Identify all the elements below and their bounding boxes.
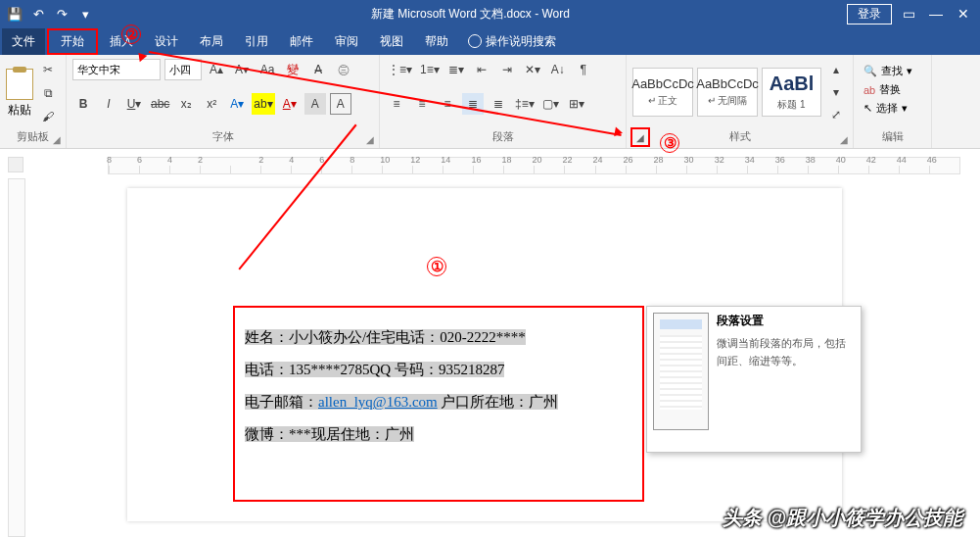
paste-icon: [6, 69, 33, 100]
paragraph-settings-tooltip: 段落设置 微调当前段落的布局，包括间距、缩进等等。: [646, 306, 862, 453]
doc-line-1: 姓名：小小筱办公/住宅电话：020-2222****: [245, 329, 526, 345]
cursor-icon: ↖: [863, 102, 872, 115]
ruler-corner: [8, 157, 23, 172]
doc-line-2: 电话：135****2785QQ 号码：935218287: [245, 362, 504, 377]
bullets-icon[interactable]: ⋮≡▾: [386, 59, 414, 80]
char-border-icon[interactable]: A: [330, 93, 351, 115]
ribbon: 粘贴 ✂ ⧉ 🖌 剪贴板 ◢ A▴ A▾ Aa 變 A̶ ㊂ B I U▾ ab…: [0, 55, 980, 149]
style-heading1[interactable]: AaBl 标题 1: [762, 68, 821, 117]
char-shading-icon[interactable]: A: [304, 93, 326, 115]
styles-scroll-down-icon[interactable]: ▾: [825, 81, 847, 103]
doc-line-4: 微博：***现居住地：广州: [245, 426, 414, 442]
superscript-button[interactable]: x²: [201, 93, 222, 115]
tab-review[interactable]: 审阅: [325, 28, 368, 55]
document-area: 8642246810121416182022242628303234363840…: [0, 149, 980, 537]
clear-format-icon[interactable]: A̶: [307, 59, 329, 80]
shading-icon[interactable]: ▢▾: [540, 93, 562, 115]
save-icon[interactable]: 💾: [6, 5, 23, 23]
tell-me-label: 操作说明搜索: [486, 33, 556, 50]
show-marks-icon[interactable]: ¶: [573, 59, 594, 80]
increase-indent-icon[interactable]: ⇥: [496, 59, 518, 80]
ribbon-tabs: 文件 开始 插入 设计 布局 引用 邮件 审阅 视图 帮助 操作说明搜索: [0, 27, 980, 55]
email-link[interactable]: allen_lyq@163.com: [318, 394, 438, 410]
style-normal[interactable]: AaBbCcDc ↵ 正文: [632, 68, 693, 117]
clipboard-dialog-launcher[interactable]: ◢: [50, 132, 64, 146]
tab-help[interactable]: 帮助: [415, 28, 458, 55]
doc-line-3b: 户口所在地：广州: [438, 394, 559, 410]
minimize-icon[interactable]: —: [925, 6, 947, 22]
replace-button[interactable]: ab替换: [860, 81, 925, 98]
underline-button[interactable]: U▾: [123, 93, 145, 115]
text-effects-icon[interactable]: A▾: [226, 93, 248, 115]
close-icon[interactable]: ✕: [953, 6, 974, 22]
lightbulb-icon: [468, 34, 482, 48]
font-name-input[interactable]: [72, 59, 161, 80]
login-button[interactable]: 登录: [847, 4, 892, 24]
annotation-1: ①: [427, 257, 446, 276]
sort-icon[interactable]: A↓: [547, 59, 569, 80]
multilevel-list-icon[interactable]: ≣▾: [445, 59, 467, 80]
search-icon: 🔍: [863, 65, 877, 77]
paragraph-dialog-launcher[interactable]: ◢: [630, 127, 650, 147]
styles-more-icon[interactable]: ⤢: [825, 104, 847, 125]
font-color-icon[interactable]: A▾: [279, 93, 301, 115]
tab-mailings[interactable]: 邮件: [280, 28, 323, 55]
font-size-input[interactable]: [164, 59, 202, 80]
undo-icon[interactable]: ↶: [29, 5, 47, 23]
tab-home[interactable]: 开始: [47, 28, 98, 55]
justify-icon[interactable]: ≣: [462, 93, 484, 115]
bold-button[interactable]: B: [72, 93, 94, 115]
italic-button[interactable]: I: [98, 93, 119, 115]
format-painter-icon[interactable]: 🖌: [37, 106, 59, 127]
subscript-button[interactable]: x₂: [175, 93, 197, 115]
qat-more-icon[interactable]: ▾: [76, 5, 94, 23]
group-label: 字体: [72, 127, 373, 146]
tab-design[interactable]: 设计: [145, 28, 188, 55]
replace-icon: ab: [863, 84, 875, 96]
tooltip-title: 段落设置: [717, 313, 855, 329]
annotation-2: ②: [121, 24, 141, 44]
tooltip-preview-icon: [653, 313, 709, 430]
tooltip-body: 微调当前段落的布局，包括间距、缩进等等。: [717, 335, 855, 369]
redo-icon[interactable]: ↷: [53, 5, 70, 23]
group-styles: AaBbCcDc ↵ 正文 AaBbCcDc ↵ 无间隔 AaBl 标题 1 ▴…: [627, 55, 854, 148]
ribbon-options-icon[interactable]: ▭: [898, 6, 919, 22]
tab-references[interactable]: 引用: [235, 28, 278, 55]
enclose-char-icon[interactable]: ㊂: [333, 59, 354, 80]
title-bar: 💾 ↶ ↷ ▾ 新建 Microsoft Word 文档.docx - Word…: [0, 0, 980, 27]
window-title: 新建 Microsoft Word 文档.docx - Word: [94, 6, 847, 23]
doc-line-3a: 电子邮箱：: [245, 394, 318, 410]
vertical-ruler[interactable]: [8, 178, 25, 537]
align-center-icon[interactable]: ≡: [411, 93, 433, 115]
document-content-selection[interactable]: 姓名：小小筱办公/住宅电话：020-2222**** 电话：135****278…: [233, 306, 644, 502]
group-label: 段落: [386, 127, 620, 146]
find-button[interactable]: 🔍查找▾: [860, 63, 925, 79]
styles-scroll-up-icon[interactable]: ▴: [825, 59, 847, 80]
tell-me-search[interactable]: 操作说明搜索: [460, 33, 556, 50]
tab-view[interactable]: 视图: [370, 28, 413, 55]
style-no-spacing[interactable]: AaBbCcDc ↵ 无间隔: [697, 68, 758, 117]
borders-icon[interactable]: ⊞▾: [566, 93, 587, 115]
group-clipboard: 粘贴 ✂ ⧉ 🖌 剪贴板 ◢: [0, 55, 67, 148]
group-label: 编辑: [860, 127, 925, 146]
arrow-head-3: [614, 126, 624, 137]
asian-layout-icon[interactable]: ✕▾: [522, 59, 543, 80]
tab-layout[interactable]: 布局: [190, 28, 233, 55]
styles-dialog-launcher[interactable]: ◢: [837, 132, 851, 146]
strikethrough-button[interactable]: abc: [149, 93, 171, 115]
font-dialog-launcher[interactable]: ◢: [363, 132, 377, 146]
copy-icon[interactable]: ⧉: [37, 82, 59, 104]
cut-icon[interactable]: ✂: [37, 59, 59, 80]
group-paragraph: ⋮≡▾ 1≡▾ ≣▾ ⇤ ⇥ ✕▾ A↓ ¶ ≡ ≡ ≡ ≣ ≣ ‡≡▾ ▢▾ …: [380, 55, 627, 148]
numbering-icon[interactable]: 1≡▾: [418, 59, 442, 80]
group-font: A▴ A▾ Aa 變 A̶ ㊂ B I U▾ abc x₂ x² A▾ ab▾ …: [67, 55, 380, 148]
annotation-3: ③: [660, 133, 679, 153]
line-spacing-icon[interactable]: ‡≡▾: [513, 93, 537, 115]
horizontal-ruler[interactable]: 8642246810121416182022242628303234363840…: [108, 157, 960, 174]
decrease-indent-icon[interactable]: ⇤: [471, 59, 492, 80]
highlight-icon[interactable]: ab▾: [252, 93, 274, 115]
tab-file[interactable]: 文件: [2, 28, 45, 55]
select-button[interactable]: ↖选择▾: [860, 100, 925, 117]
paste-button[interactable]: 粘贴: [6, 64, 33, 122]
watermark-text: 头条 @跟小小筱学办公技能: [723, 505, 962, 531]
